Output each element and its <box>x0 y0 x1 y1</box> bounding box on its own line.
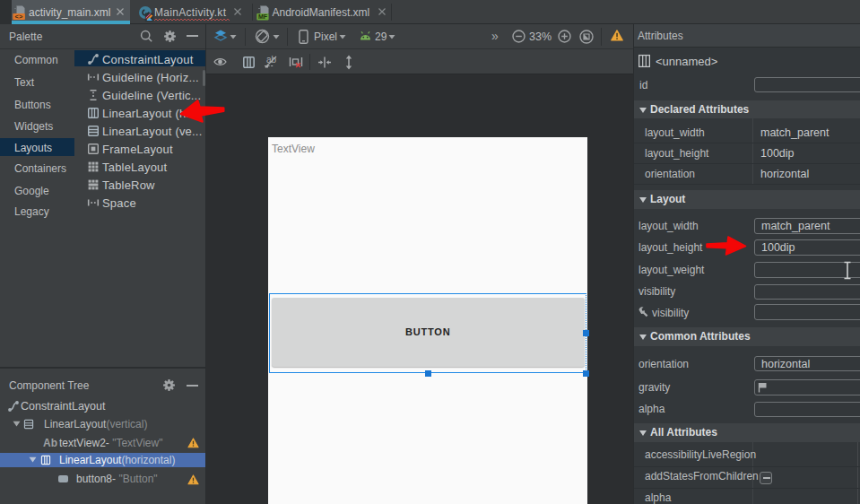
svg-text:MF: MF <box>258 13 268 20</box>
svg-text:ab: ab <box>266 55 277 65</box>
svg-text:<>: <> <box>15 13 23 21</box>
